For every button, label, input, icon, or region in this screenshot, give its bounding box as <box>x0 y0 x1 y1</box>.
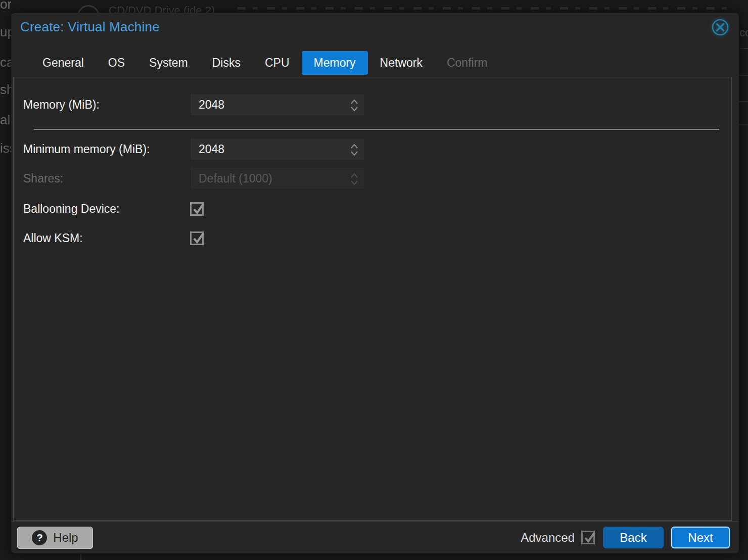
check-icon <box>192 203 205 216</box>
help-button[interactable]: ? Help <box>17 527 93 549</box>
next-button[interactable]: Next <box>671 527 730 548</box>
memory-label: Memory (MiB): <box>23 98 190 112</box>
help-button-label: Help <box>53 531 78 545</box>
background-fragment: iss <box>0 141 11 156</box>
ksm-label: Allow KSM: <box>23 231 190 245</box>
tab-system[interactable]: System <box>137 51 200 75</box>
background-fragment: all <box>0 112 11 128</box>
tab-network[interactable]: Network <box>368 51 435 75</box>
shares-label: Shares: <box>23 172 190 185</box>
min-memory-label: Minimum memory (MiB): <box>23 143 190 156</box>
ksm-row: Allow KSM: <box>23 231 731 245</box>
spin-down-icon <box>350 151 358 156</box>
ballooning-row: Ballooning Device: <box>23 202 731 216</box>
min-memory-input[interactable]: 2048 <box>190 138 364 160</box>
shares-row: Shares: Default (1000) <box>23 167 731 190</box>
memory-row: Memory (MiB): 2048 <box>23 94 731 116</box>
background-fragment: sh <box>0 82 11 98</box>
background-left-edge: or up ca sh all iss <box>0 0 11 560</box>
ballooning-label: Ballooning Device: <box>23 202 190 216</box>
background-fragment: or <box>0 0 11 12</box>
memory-spinner[interactable] <box>347 94 362 116</box>
memory-form-panel: Memory (MiB): 2048 Minimum memory (MiB):… <box>13 77 732 521</box>
memory-input[interactable]: 2048 <box>190 94 364 116</box>
spin-up-icon <box>350 144 358 149</box>
section-divider <box>34 129 719 130</box>
shares-spinner <box>347 168 362 190</box>
memory-value: 2048 <box>191 98 224 112</box>
tab-confirm: Confirm <box>435 51 500 75</box>
tab-disks[interactable]: Disks <box>200 51 253 75</box>
wizard-tabs: General OS System Disks CPU Memory Netwo… <box>11 51 739 75</box>
min-memory-value: 2048 <box>191 143 224 156</box>
advanced-checkbox[interactable] <box>581 531 595 544</box>
min-memory-spinner[interactable] <box>347 138 362 161</box>
check-icon <box>192 232 205 245</box>
advanced-label: Advanced <box>521 531 575 545</box>
background-fragment: co <box>739 26 748 39</box>
dialog-title: Create: Virtual Machine <box>20 19 730 35</box>
cdrom-disc-icon <box>77 5 100 13</box>
spin-up-icon <box>350 99 358 105</box>
background-cdrom-label: CD/DVD Drive (ide 2) <box>109 4 215 13</box>
dialog-header: Create: Virtual Machine <box>11 13 739 51</box>
background-divider <box>80 553 81 560</box>
background-fragment: ca <box>0 55 11 70</box>
shares-input: Default (1000) <box>190 167 364 190</box>
tab-cpu[interactable]: CPU <box>253 51 302 75</box>
close-button[interactable] <box>711 18 730 37</box>
shares-value: Default (1000) <box>191 172 272 185</box>
background-right-edge: co <box>739 0 748 560</box>
close-icon <box>711 18 730 38</box>
tab-memory[interactable]: Memory <box>302 51 368 75</box>
background-top-row: CD/DVD Drive (ide 2) <box>0 0 748 13</box>
help-icon: ? <box>32 530 47 545</box>
background-fragment: up <box>0 24 11 40</box>
dialog-footer: ? Help Advanced Back Next <box>11 521 739 553</box>
background-dim-text <box>238 7 733 10</box>
tab-os[interactable]: OS <box>96 51 137 75</box>
ksm-checkbox[interactable] <box>190 231 204 245</box>
min-memory-row: Minimum memory (MiB): 2048 <box>23 138 731 160</box>
ballooning-checkbox[interactable] <box>190 202 204 216</box>
back-button[interactable]: Back <box>603 527 664 548</box>
spin-down-icon <box>350 180 358 185</box>
check-icon <box>583 531 596 544</box>
create-vm-dialog: Create: Virtual Machine General OS Syste… <box>11 13 739 553</box>
tab-general[interactable]: General <box>30 51 96 75</box>
spin-down-icon <box>350 106 358 112</box>
spin-up-icon <box>350 173 358 178</box>
